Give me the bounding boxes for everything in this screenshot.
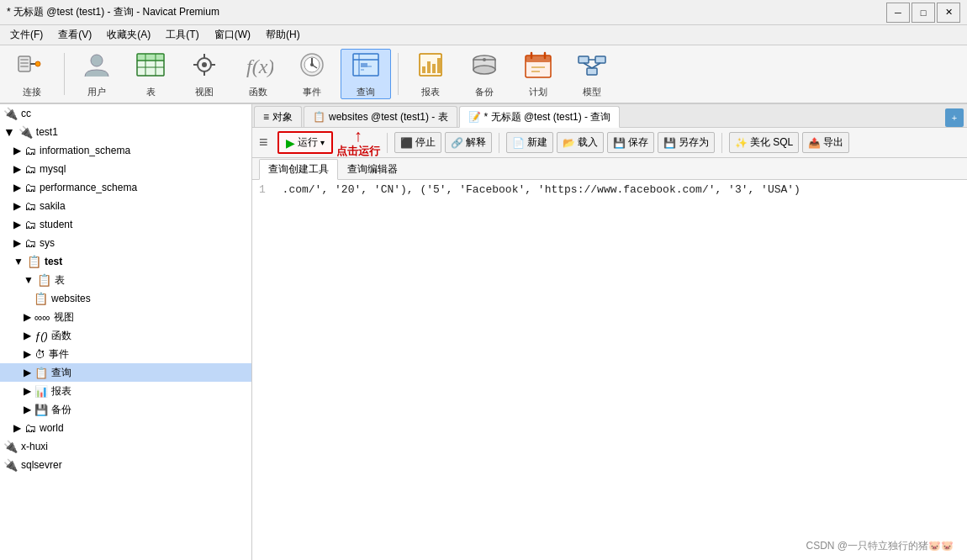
sidebar-label-websites: websites — [51, 293, 91, 304]
tab-objects-icon: ≡ — [263, 111, 269, 123]
tab-objects-label: 对象 — [272, 110, 293, 124]
query-group-icon: 📋 — [34, 367, 48, 379]
close-button[interactable]: ✕ — [937, 3, 960, 23]
stop-icon: ⬛ — [400, 137, 413, 149]
menu-file[interactable]: 文件(F) — [3, 26, 50, 44]
db-icon-student: ▶ — [13, 219, 21, 230]
sidebar-label-event: 事件 — [49, 347, 69, 362]
new-button[interactable]: 📄 新建 — [506, 132, 553, 153]
table-label: 表 — [146, 86, 156, 98]
run-play-icon: ▶ — [286, 136, 295, 150]
oo-icon: ∞∞ — [34, 311, 50, 324]
sidebar-item-info-schema[interactable]: ▶ 🗂 information_schema — [0, 141, 251, 160]
sidebar-group-query[interactable]: ▶ 📋 查询 — [0, 363, 251, 382]
sidebar-item-xhuxi[interactable]: 🔌 x-huxi — [0, 437, 251, 456]
menu-help[interactable]: 帮助(H) — [259, 26, 307, 44]
sidebar-item-cc[interactable]: 🔌 cc — [0, 104, 251, 123]
sidebar-group-view[interactable]: ▶ ∞∞ 视图 — [0, 308, 251, 326]
sidebar-item-performance[interactable]: ▶ 🗂 performance_schema — [0, 178, 251, 197]
db-icon-world: ▶ — [13, 422, 21, 434]
beautify-icon: ✨ — [735, 137, 748, 149]
sidebar-item-mysql[interactable]: ▶ 🗂 mysql — [0, 160, 251, 178]
annotation-text: 点击运行 — [336, 144, 380, 159]
sidebar-item-test[interactable]: ▼ 📋 test — [0, 252, 251, 271]
toolbar-view[interactable]: 视图 — [179, 49, 230, 99]
toolbar-func[interactable]: f(x) 函数 — [233, 49, 283, 99]
svg-rect-12 — [137, 54, 164, 61]
sub-tab-creator[interactable]: 查询创建工具 — [259, 159, 338, 180]
minimize-button[interactable]: ─ — [886, 3, 910, 23]
table-group-icon: 📋 — [37, 273, 51, 287]
explain-label: 解释 — [466, 135, 486, 150]
toolbar-table[interactable]: 表 — [125, 49, 176, 99]
sidebar-group-backup[interactable]: ▶ 💾 备份 — [0, 400, 251, 419]
connection-icon-test1: 🔌 — [18, 125, 33, 139]
toolbar-event[interactable]: 事件 — [287, 49, 337, 99]
sidebar-item-sqlsevrer[interactable]: 🔌 sqlsevrer — [0, 456, 251, 474]
toolbar-report[interactable]: 报表 — [405, 49, 456, 99]
sidebar-group-func[interactable]: ▶ ƒ() 函数 — [0, 326, 251, 345]
sidebar-item-world[interactable]: ▶ 🗂 world — [0, 419, 251, 437]
svg-rect-47 — [595, 56, 605, 63]
svg-rect-28 — [361, 63, 367, 67]
watermark-text: CSDN @一只特立独行的猪🐷🐷 — [806, 540, 954, 552]
sidebar-group-table[interactable]: ▼ 📋 表 — [0, 271, 251, 289]
sidebar-label-sakila: sakila — [40, 200, 66, 212]
report-label: 报表 — [421, 86, 440, 98]
sidebar-item-test1[interactable]: ▼ 🔌 test1 — [0, 123, 251, 141]
sidebar-label-view: 视图 — [54, 310, 74, 325]
window-title: * 无标题 @test (test1) - 查询 - Navicat Premi… — [7, 5, 219, 19]
run-annotation: ↑ 点击运行 — [336, 127, 380, 159]
run-button[interactable]: ▶ 运行 ▾ — [277, 131, 333, 154]
db-icon-info: ▶ — [13, 145, 21, 156]
sidebar-label-mysql: mysql — [40, 163, 66, 175]
sidebar-item-student[interactable]: ▶ 🗂 student — [0, 215, 251, 234]
svg-rect-35 — [437, 58, 441, 73]
db-icon-perf: ▶ — [13, 182, 21, 193]
save-as-button[interactable]: 💾 另存为 — [658, 132, 715, 153]
toolbar-model[interactable]: 模型 — [567, 49, 617, 99]
sidebar-item-sakila[interactable]: ▶ 🗂 sakila — [0, 197, 251, 215]
hamburger-icon[interactable]: ≡ — [259, 134, 268, 151]
menu-view[interactable]: 查看(V) — [51, 26, 98, 44]
sidebar-group-event[interactable]: ▶ ⏱ 事件 — [0, 345, 251, 363]
sidebar-item-sys[interactable]: ▶ 🗂 sys — [0, 234, 251, 252]
group-report-arrow: ▶ — [24, 385, 31, 397]
save-button[interactable]: 💾 保存 — [607, 132, 654, 153]
save-label: 保存 — [628, 135, 648, 150]
content-area: ≡ 对象 📋 websites @test (test1) - 表 📝 * 无标… — [252, 104, 967, 560]
menu-window[interactable]: 窗口(W) — [208, 26, 257, 44]
stop-button[interactable]: ⬛ 停止 — [394, 132, 441, 153]
new-tab-button[interactable]: + — [945, 108, 964, 127]
table-icon — [135, 50, 166, 84]
query-editor[interactable]: 1 .com/', '20', 'CN'), ('5', 'Facebook',… — [252, 180, 967, 560]
sidebar-item-websites[interactable]: 📋 websites — [0, 289, 251, 308]
tab-query[interactable]: 📝 * 无标题 @test (test1) - 查询 — [459, 106, 621, 128]
maximize-button[interactable]: □ — [912, 3, 935, 23]
group-backup-arrow: ▶ — [24, 404, 31, 415]
tab-websites-table[interactable]: 📋 websites @test (test1) - 表 — [304, 106, 457, 127]
toolbar-user[interactable]: 用户 — [71, 49, 122, 99]
sub-tab-editor[interactable]: 查询编辑器 — [338, 159, 407, 179]
user-icon — [82, 50, 112, 84]
toolbar-connect[interactable]: 连接 — [7, 49, 57, 99]
sidebar-label-performance: performance_schema — [40, 182, 137, 193]
run-dropdown-icon[interactable]: ▾ — [320, 138, 325, 147]
menu-tools[interactable]: 工具(T) — [159, 26, 205, 44]
beautify-button[interactable]: ✨ 美化 SQL — [729, 132, 799, 153]
toolbar-backup[interactable]: 备份 — [459, 49, 510, 99]
explain-button[interactable]: 🔗 解释 — [445, 132, 492, 153]
toolbar-query[interactable]: 查询 — [341, 49, 391, 99]
export-button[interactable]: 📤 导出 — [802, 132, 849, 153]
menu-favorites[interactable]: 收藏夹(A) — [100, 26, 157, 44]
sidebar-group-report[interactable]: ▶ 📊 报表 — [0, 382, 251, 400]
title-bar: * 无标题 @test (test1) - 查询 - Navicat Premi… — [0, 0, 967, 25]
toolbar-schedule[interactable]: 计划 — [513, 49, 563, 99]
svg-rect-48 — [587, 68, 597, 75]
schema-icon: 🗂 — [24, 144, 36, 157]
tab-objects[interactable]: ≡ 对象 — [254, 106, 302, 127]
connect-label: 连接 — [23, 86, 41, 98]
sys-icon: 🗂 — [24, 236, 36, 250]
tab-table-label: websites @test (test1) - 表 — [329, 110, 448, 124]
load-button[interactable]: 📂 载入 — [557, 132, 604, 153]
